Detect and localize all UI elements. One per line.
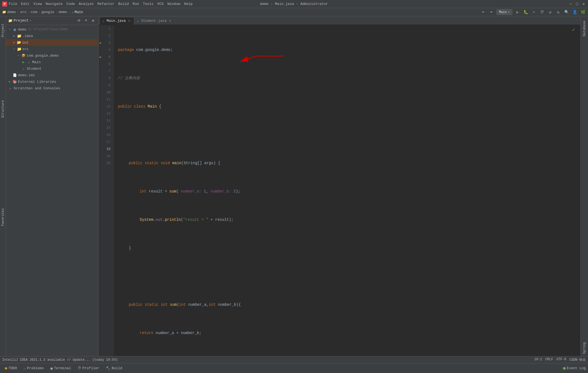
tree-item-main[interactable]: ▶ ☕ Main [6, 59, 98, 65]
out-field: out [156, 216, 163, 223]
src-expand[interactable]: ▾ [13, 47, 16, 51]
code-line-7: System.out.println("result = " + result)… [118, 216, 580, 223]
undo-button[interactable]: ↺ [547, 9, 553, 15]
tab-student-java[interactable]: ☕ Student.java ✕ [134, 17, 175, 25]
tree-item-src[interactable]: ▾ 📁 src [6, 46, 98, 52]
line-num-10: ─ 10 [99, 89, 113, 96]
breadcrumb-demo2[interactable]: demo [59, 10, 67, 14]
user-icon[interactable]: 👤 [572, 9, 578, 15]
paren-7: ( [181, 216, 183, 223]
menu-bar[interactable]: File Edit View Navigate Code Analyze Ref… [9, 2, 192, 6]
menu-tools[interactable]: Tools [143, 2, 154, 6]
brace-open-3: { [159, 103, 161, 110]
run-config[interactable]: Main ▾ [497, 9, 512, 15]
line-num-9: 9 [99, 82, 113, 89]
menu-view[interactable]: View [33, 2, 42, 6]
extra-info: CSDN·快去 [569, 357, 586, 362]
fold-5[interactable]: ─ [108, 56, 113, 59]
param-nb: number_b: [211, 188, 231, 195]
tree-label-idea: .idea [22, 34, 33, 38]
extlibs-expand[interactable]: ▶ [8, 80, 11, 83]
window-controls[interactable]: ─ □ ✕ [568, 2, 586, 6]
structure-tab[interactable]: Structure [0, 99, 6, 120]
back-button[interactable]: ⬅ [480, 9, 486, 15]
maximize-button[interactable]: □ [575, 2, 579, 6]
tree-item-scratches[interactable]: ✏️ Scratches and Consoles [6, 85, 98, 91]
run-config-dropdown[interactable]: ▾ [508, 10, 510, 14]
bottom-tab-todo[interactable]: TODO [2, 365, 20, 372]
menu-build[interactable]: Build [118, 2, 129, 6]
profile-button[interactable]: ⏱ [539, 9, 545, 15]
project-tab[interactable]: Project [0, 22, 6, 39]
tree-item-out[interactable]: ▶ 📂 out [6, 39, 98, 46]
menu-analyze[interactable]: Analyze [79, 2, 94, 6]
breadcrumb-demo[interactable]: demo [7, 10, 16, 14]
tree-item-iml[interactable]: 📄 demo.iml [6, 72, 98, 78]
tab-student-close[interactable]: ✕ [168, 19, 172, 23]
menu-vcs[interactable]: VCS [157, 2, 164, 6]
sidebar-icons[interactable]: ⟳ ≡ ⚙ [76, 18, 96, 24]
debug-button[interactable]: 🐛 [523, 9, 529, 15]
menu-window[interactable]: Window [167, 2, 180, 6]
run-button[interactable]: ▶ [514, 9, 520, 15]
pkg-expand[interactable]: ▾ [17, 54, 20, 57]
breadcrumb-src[interactable]: src [20, 10, 26, 14]
redo-button[interactable]: ↻ [555, 9, 561, 15]
tree-item-student[interactable]: ☕ Student [6, 65, 98, 72]
sync-icon[interactable]: ⟳ [76, 18, 82, 24]
bottom-tab-problems[interactable]: ⚠ Problems [21, 365, 47, 372]
project-sidebar: 📁 Project ▾ ⟳ ≡ ⚙ ▾ ▣ demo E:\Project\Ja… [6, 16, 99, 356]
kw-int-10: int [161, 301, 170, 308]
bottom-tab-build[interactable]: 🔨 Build [103, 365, 125, 372]
idea-expand[interactable]: ▶ [13, 34, 16, 38]
project-dropdown-icon[interactable]: 📁 [8, 19, 13, 23]
forward-button[interactable]: ➡ [488, 9, 494, 15]
fold-12[interactable]: ─ [109, 105, 111, 108]
collapse-all-icon[interactable]: ≡ [83, 18, 89, 24]
close-button[interactable]: ✕ [581, 2, 586, 6]
menu-refactor[interactable]: Refactor [97, 2, 114, 6]
tree-item-package[interactable]: ▾ 📦 com.google.demo [6, 52, 98, 59]
file-tree: ▾ ▣ demo E:\Project\Java\demo ▶ 📁 .idea … [6, 25, 98, 356]
tree-item-idea[interactable]: ▶ 📁 .idea [6, 33, 98, 39]
right-tab-database[interactable]: Database [581, 19, 587, 39]
tab-main-close[interactable]: ✕ [127, 19, 131, 23]
bottom-tab-profiler[interactable]: ⏱ Profiler [75, 365, 102, 372]
minimize-button[interactable]: ─ [568, 2, 573, 6]
fold-10[interactable]: ─ [109, 91, 111, 94]
menu-help[interactable]: Help [184, 2, 192, 6]
bottom-tab-terminal[interactable]: ▣ Terminal [48, 365, 74, 372]
coverage-button[interactable]: ☂ [531, 9, 537, 15]
expand-arrow[interactable]: ▾ [8, 28, 11, 31]
menu-code[interactable]: Code [66, 2, 75, 6]
cursor-pos: 18:1 [534, 357, 542, 362]
menu-run[interactable]: Run [133, 2, 139, 6]
breadcrumb-icon: ☕ [71, 10, 74, 14]
settings-icon[interactable]: ⚙ [90, 18, 96, 24]
event-log-button[interactable]: Event Log [563, 366, 586, 370]
project-icon: 📁 [2, 10, 6, 14]
menu-edit[interactable]: Edit [21, 2, 29, 6]
sidebar-dropdown-arrow[interactable]: ▾ [30, 19, 32, 22]
fold-8[interactable]: ─ [109, 77, 111, 80]
tab-main-java[interactable]: ☕ Main.java ✕ [100, 17, 134, 25]
tree-item-demo[interactable]: ▾ ▣ demo E:\Project\Java\demo [6, 26, 98, 33]
favorites-tab[interactable]: Favorites [0, 207, 6, 228]
breadcrumb-google[interactable]: google [41, 10, 54, 14]
run-config-label: Main [499, 10, 507, 14]
tree-item-extlibs[interactable]: ▶ 📚 External Libraries [6, 78, 98, 85]
menu-file[interactable]: File [9, 2, 17, 6]
dot-7b: . [163, 216, 165, 223]
menu-navigate[interactable]: Navigate [46, 2, 63, 6]
breadcrumb-com[interactable]: com [31, 10, 37, 14]
git-icon[interactable]: 🌿 [580, 9, 586, 15]
run-marker-3: ▶ [100, 41, 102, 45]
comment-line2: // 注释内容 [118, 75, 140, 82]
code-editor[interactable]: 1 2 ▶ 3 4 ▶ 5 ─ 6 7 ─ 8 9 [99, 25, 580, 356]
breadcrumb-main[interactable]: Main [75, 10, 83, 14]
problems-icon: ⚠ [23, 366, 26, 371]
right-tab-spring[interactable]: Spring [581, 340, 587, 356]
out-expand[interactable]: ▶ [13, 41, 16, 44]
search-button[interactable]: 🔍 [564, 9, 569, 15]
code-content[interactable]: package com.google.demo; // 注释内容 public … [114, 25, 580, 356]
